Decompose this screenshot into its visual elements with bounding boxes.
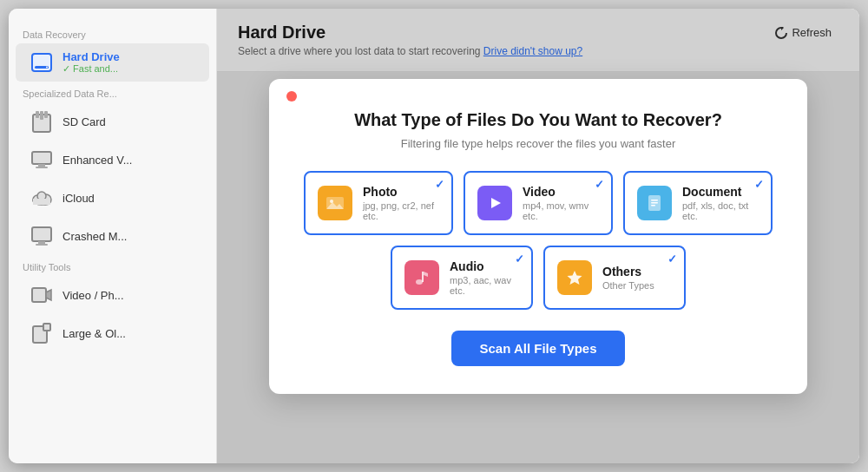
scan-all-button[interactable]: Scan All File Types: [451, 331, 625, 366]
video-photo-icon: [30, 283, 54, 307]
sidebar-item-sd-card[interactable]: SD Card: [16, 102, 209, 141]
photo-label: Photo: [363, 185, 439, 199]
svg-rect-7: [32, 152, 51, 164]
svg-rect-28: [651, 200, 658, 201]
sidebar-item-icloud[interactable]: iCloud: [16, 179, 209, 217]
large-old-icon: [30, 321, 54, 345]
sidebar-item-video-photo[interactable]: Video / Ph...: [16, 276, 209, 314]
sidebar-item-icloud-label: iCloud: [62, 192, 95, 205]
sidebar: Data Recovery Hard Drive ✓ Fast and... S…: [9, 9, 217, 463]
sidebar-item-hard-drive-label: Hard Drive: [62, 50, 120, 63]
file-type-modal: What Type of Files Do You Want to Recove…: [269, 79, 807, 394]
file-type-video[interactable]: ✓ Video mp4, mov, wmv etc.: [464, 171, 613, 235]
svg-rect-30: [651, 205, 655, 206]
video-checkmark: ✓: [595, 178, 604, 191]
sidebar-item-video-photo-label: Video / Ph...: [62, 289, 124, 302]
photo-checkmark: ✓: [435, 178, 444, 191]
modal-overlay: What Type of Files Do You Want to Recove…: [217, 9, 859, 463]
svg-rect-6: [44, 111, 48, 118]
others-label: Others: [602, 265, 654, 279]
sidebar-item-sd-card-label: SD Card: [62, 115, 106, 128]
svg-marker-26: [491, 198, 501, 208]
svg-rect-9: [36, 167, 48, 168]
sidebar-item-crashed-label: Crashed M...: [62, 230, 127, 243]
main-content: Hard Drive Select a drive where you lost…: [217, 9, 859, 463]
document-checkmark: ✓: [754, 178, 764, 191]
svg-rect-5: [40, 111, 43, 120]
sidebar-item-enhanced[interactable]: Enhanced V...: [16, 141, 209, 179]
svg-rect-29: [651, 202, 658, 204]
svg-rect-18: [32, 288, 46, 302]
crashed-icon: [30, 224, 54, 248]
file-type-photo[interactable]: ✓ Photo jpg, png, cr2, nef etc.: [304, 171, 453, 235]
video-desc: mp4, mov, wmv etc.: [523, 200, 599, 221]
sidebar-item-enhanced-label: Enhanced V...: [62, 154, 132, 167]
photo-desc: jpg, png, cr2, nef etc.: [363, 200, 439, 221]
svg-rect-32: [422, 272, 424, 282]
sidebar-item-large-old-label: Large & Ol...: [62, 327, 126, 340]
hard-drive-icon: [30, 50, 54, 75]
document-icon: [637, 186, 672, 220]
others-icon: [557, 260, 592, 295]
video-icon: [477, 186, 512, 220]
sidebar-item-hard-drive[interactable]: Hard Drive ✓ Fast and...: [16, 43, 209, 82]
sidebar-item-hard-drive-sub: ✓ Fast and...: [62, 63, 120, 75]
document-desc: pdf, xls, doc, txt etc.: [682, 200, 759, 221]
video-label: Video: [523, 185, 599, 199]
audio-label: Audio: [450, 259, 519, 273]
enhanced-icon: [30, 148, 54, 172]
svg-marker-19: [46, 290, 51, 300]
svg-marker-33: [568, 271, 582, 285]
svg-rect-22: [43, 324, 50, 331]
svg-rect-4: [36, 111, 39, 118]
document-label: Document: [682, 185, 759, 199]
modal-subtitle: Filtering file type helps recover the fi…: [304, 137, 773, 150]
background-area: What Type of Files Do You Want to Recove…: [217, 72, 859, 463]
audio-checkmark: ✓: [515, 252, 524, 266]
icloud-icon: [30, 186, 54, 210]
svg-rect-17: [36, 244, 48, 246]
svg-rect-16: [38, 241, 45, 244]
sd-card-icon: [30, 109, 54, 134]
file-type-others[interactable]: ✓ Others Other Types: [543, 246, 686, 310]
svg-rect-8: [38, 164, 45, 167]
sidebar-section-utility: Utility Tools: [9, 255, 216, 276]
audio-icon: [404, 260, 439, 295]
photo-icon: [318, 186, 352, 220]
sidebar-section-data-recovery: Data Recovery: [9, 23, 216, 43]
app-window: Data Recovery Hard Drive ✓ Fast and... S…: [9, 9, 859, 463]
modal-close-button[interactable]: [286, 91, 297, 102]
sidebar-item-large-old[interactable]: Large & Ol...: [16, 314, 209, 352]
svg-point-31: [416, 279, 423, 285]
sidebar-item-crashed[interactable]: Crashed M...: [16, 217, 209, 255]
others-checkmark: ✓: [667, 252, 677, 266]
svg-point-2: [46, 67, 48, 69]
sidebar-section-specialized: Specialized Data Re...: [9, 82, 216, 102]
modal-title: What Type of Files Do You Want to Recove…: [304, 110, 773, 130]
others-desc: Other Types: [602, 280, 654, 291]
file-type-document[interactable]: ✓ Document pd: [623, 171, 773, 235]
audio-desc: mp3, aac, wav etc.: [450, 275, 519, 296]
svg-rect-15: [32, 227, 51, 241]
svg-rect-14: [33, 199, 50, 205]
file-types-grid-row2: ✓ Audio mp3, aac, wav etc.: [304, 246, 773, 310]
file-types-grid-row1: ✓ Photo jpg, png, cr2, nef etc.: [304, 171, 773, 235]
file-type-audio[interactable]: ✓ Audio mp3, aac, wav etc.: [391, 246, 533, 310]
